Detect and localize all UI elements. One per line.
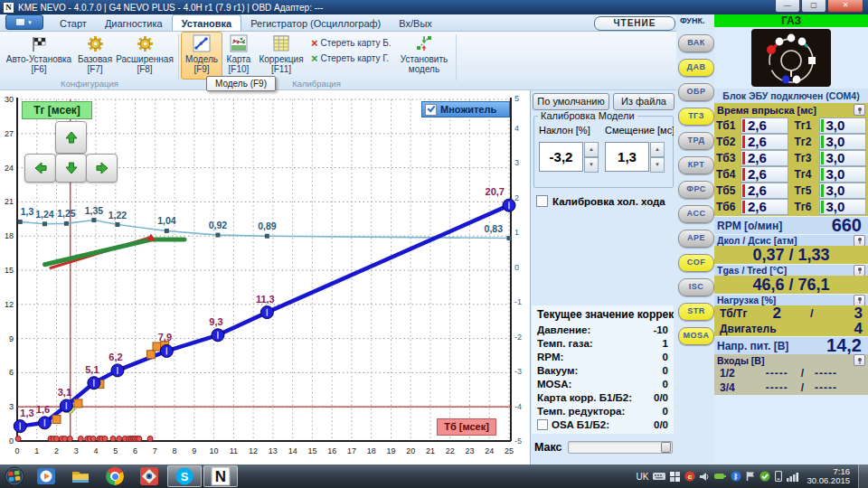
func-button-тгз[interactable]: ТГЗ [678,108,714,126]
gas-time-label: Тг4 [795,168,819,181]
spin-down-button[interactable]: ▼ [584,157,599,173]
correction-row: OSA Б1/Б2:0/0 [532,418,674,431]
slider-thumb[interactable] [661,442,671,453]
volume-icon[interactable] [700,472,710,482]
func-button-дав[interactable]: ДАВ [678,59,714,77]
erase-map-b-button[interactable]: × Стереть карту Б. [311,37,392,49]
arrow-down-button[interactable] [55,154,87,183]
device-icon[interactable] [775,471,782,482]
offset-value[interactable]: 1,3 [605,142,649,172]
minimize-button[interactable]: — [775,0,800,13]
svg-text:6: 6 [133,446,137,455]
slope-value[interactable]: -3,2 [539,142,583,172]
system-tray: UK c ᛒ 7:16 30.06.2015 [637,465,868,488]
svg-text:1,3: 1,3 [20,408,33,418]
offset-spinbox[interactable]: 1,3 ▲▼ [605,142,665,173]
battery-icon[interactable] [714,473,726,480]
gas-time-label: Тг2 [795,136,819,148]
show-desktop-button[interactable] [858,465,868,488]
pin-icon[interactable] [854,265,865,277]
group-title: Калибровка Модели [538,110,637,121]
app-menu-button[interactable]: ▼ [5,14,43,30]
idle-calibration-checkbox[interactable]: Калибровка хол. хода [536,195,665,207]
gas-time-value: 3,0 [819,166,867,183]
taskbar-kme-nevo[interactable]: N [203,465,238,487]
svg-text:6,2: 6,2 [108,352,122,362]
close-button[interactable]: ✕ [827,0,863,13]
svg-text:13: 13 [269,446,278,455]
bluetooth-icon[interactable]: ᛒ [731,471,741,482]
svg-text:17: 17 [347,446,356,455]
slope-spinbox[interactable]: -3,2 ▲▼ [539,142,599,173]
load-header: Нагрузка [%] [714,294,868,305]
func-button-вак[interactable]: ВАК [678,34,714,52]
func-button-аре[interactable]: АРЕ [678,230,714,248]
network-signal-icon[interactable] [787,472,798,482]
basic-setup-button[interactable]: Базовая [F7] [76,33,114,79]
taskbar-chrome[interactable] [99,465,131,487]
tab-3[interactable]: Установка [172,14,242,31]
language-indicator[interactable]: UK [637,472,649,482]
checkbox-icon[interactable] [537,419,548,430]
from-file-button[interactable]: Из файла [613,93,675,110]
func-button-isc[interactable]: ISC [678,278,714,296]
func-button-обр[interactable]: ОБР [678,83,714,101]
correction-button[interactable]: Коррекция [F11] [257,33,306,79]
tab-1[interactable]: Старт [51,15,96,31]
taskbar-file-explorer[interactable] [64,465,97,487]
tab-2[interactable]: Диагностика [96,15,172,31]
start-button[interactable] [1,465,28,487]
spin-up-button[interactable]: ▲ [650,142,665,157]
pin-icon[interactable] [854,354,865,366]
input-voltage-row: 3/4-----/----- [714,380,868,395]
multiplier-checkbox[interactable]: Множитель [421,101,510,117]
spin-down-button[interactable]: ▼ [650,157,665,173]
ccleaner-icon[interactable]: c [684,471,695,482]
ribbon-separator [456,34,457,80]
windows-update-icon[interactable] [670,472,680,482]
map-button[interactable]: Карта [F10] [222,33,255,79]
install-model-button[interactable]: Установить модель [396,33,452,79]
correction-label: RPM: [537,352,663,362]
checkbox-icon[interactable] [425,104,437,116]
voltage-label: Напр. пит. [В] [717,340,788,352]
pin-icon[interactable] [854,104,865,116]
extended-setup-button[interactable]: Расширенная [F8] [114,33,175,79]
taskbar-skype[interactable]: S [167,465,202,487]
calibration-chart[interactable]: 0369121518212427300123456789101112131415… [0,90,533,465]
tab-4[interactable]: Регистратор (Осциллограф) [241,15,390,31]
taskbar-media-player[interactable] [30,465,62,487]
svg-text:25: 25 [505,446,514,455]
arrow-left-button[interactable] [24,154,56,183]
erase-map-g-button[interactable]: × Стереть карту Г. [311,52,389,64]
flag-icon[interactable] [746,471,755,482]
fuel-type-header[interactable]: ГАЗ [714,14,868,27]
func-button-cof[interactable]: COF [678,254,714,272]
default-button[interactable]: По умолчанию [533,93,609,110]
func-button-фрс[interactable]: ФРС [678,181,714,199]
maximize-button[interactable]: ▢ [801,0,826,13]
func-button-трд[interactable]: ТРД [678,132,714,150]
read-button[interactable]: ЧТЕНИЕ [594,16,675,31]
keyboard-icon[interactable] [653,472,665,481]
func-button-асс[interactable]: АСС [678,205,714,223]
spin-up-button[interactable]: ▲ [584,142,599,157]
max-slider[interactable] [568,441,673,454]
arrow-right-button[interactable] [86,154,118,183]
pin-icon[interactable] [854,235,865,247]
action-center-icon[interactable] [760,471,770,482]
arrow-up-button[interactable] [55,121,87,154]
checkbox-icon[interactable] [536,195,548,207]
gas-time-label: Тг5 [795,184,819,197]
svg-text:3,1: 3,1 [58,387,71,398]
model-button[interactable]: Модель [F9] [181,32,222,80]
func-button-крт[interactable]: КРТ [678,156,714,174]
func-button-str[interactable]: STR [678,303,714,321]
basic-setup-key: [F7] [87,64,102,74]
taskbar-clock[interactable]: 7:16 30.06.2015 [807,467,850,485]
taskbar-photo-viewer[interactable] [133,465,165,487]
func-button-mosa[interactable]: MOSA [678,327,714,345]
auto-setup-button[interactable]: Авто-Установка [F6] [4,33,74,79]
input-separator: / [801,381,804,394]
tab-5[interactable]: Вх/Вых [390,15,441,31]
